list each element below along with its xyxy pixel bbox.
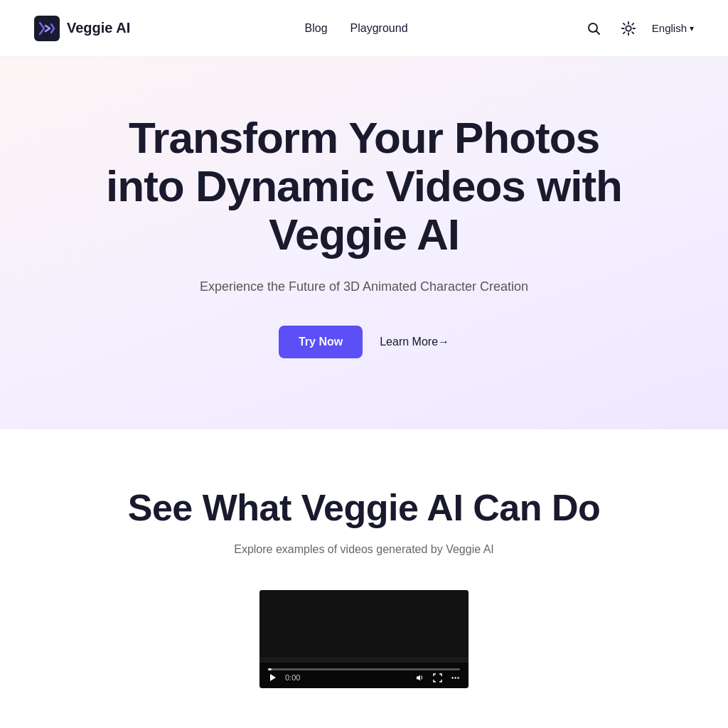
learn-more-button[interactable]: Learn More→ (380, 336, 449, 348)
fullscreen-button[interactable] (433, 673, 442, 682)
hero-subtitle: Experience the Future of 3D Animated Cha… (200, 279, 528, 294)
logo[interactable]: Veggie AI (34, 16, 130, 41)
nav-links: Blog Playground (305, 22, 408, 35)
nav-actions: English ▾ (582, 16, 694, 41)
video-controls-bar: 0:00 (259, 663, 469, 688)
play-button[interactable] (268, 673, 277, 682)
nav-playground[interactable]: Playground (350, 22, 408, 35)
svg-point-3 (626, 26, 631, 31)
language-label: English (652, 22, 687, 34)
search-icon (587, 21, 601, 36)
nav-blog[interactable]: Blog (305, 22, 328, 35)
video-player[interactable]: 0:00 (259, 590, 469, 688)
more-icon (451, 673, 460, 682)
brand-name: Veggie AI (67, 20, 130, 36)
demo-section-subtitle: Explore examples of videos generated by … (234, 543, 494, 556)
svg-point-13 (451, 677, 453, 678)
play-icon (268, 673, 277, 682)
logo-icon (34, 16, 60, 41)
hero-actions: Try Now Learn More→ (279, 326, 449, 358)
svg-line-8 (623, 23, 625, 24)
more-options-button[interactable] (451, 673, 460, 682)
video-progress-fill (268, 668, 272, 670)
svg-line-2 (596, 31, 599, 34)
volume-button[interactable] (415, 673, 424, 682)
demo-section: See What Veggie AI Can Do Explore exampl… (0, 429, 728, 728)
svg-marker-12 (270, 674, 276, 681)
svg-line-10 (623, 32, 625, 33)
video-progress-bar[interactable] (268, 668, 460, 670)
hero-section: Transform Your Photos into Dynamic Video… (0, 57, 728, 429)
svg-point-15 (457, 677, 459, 678)
svg-line-11 (632, 23, 633, 24)
language-selector[interactable]: English ▾ (652, 22, 694, 34)
theme-toggle-button[interactable] (616, 16, 641, 41)
video-timestamp: 0:00 (285, 673, 300, 682)
sun-icon (621, 21, 636, 36)
fullscreen-icon (433, 673, 442, 682)
video-controls-row: 0:00 (268, 673, 460, 682)
demo-section-title: See What Veggie AI Can Do (128, 486, 601, 529)
chevron-down-icon: ▾ (690, 23, 694, 33)
navbar: Veggie AI Blog Playground (0, 0, 728, 57)
volume-icon (415, 673, 424, 682)
svg-rect-0 (34, 16, 60, 41)
search-button[interactable] (582, 17, 605, 40)
svg-line-9 (632, 32, 633, 33)
svg-point-14 (454, 677, 456, 678)
hero-title: Transform Your Photos into Dynamic Video… (87, 114, 641, 259)
try-now-button[interactable]: Try Now (279, 326, 363, 358)
